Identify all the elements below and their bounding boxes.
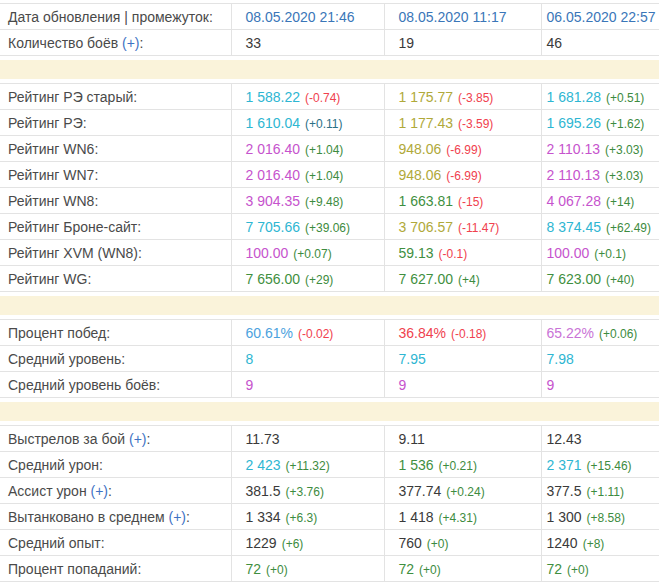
plus-link[interactable]: (+) <box>165 509 186 525</box>
row-label: Рейтинг WN7: <box>0 162 231 188</box>
row-label-text: Процент попаданий <box>8 561 137 577</box>
stat-delta: (+1.62) <box>606 117 644 131</box>
stat-cell: 9 <box>231 372 384 398</box>
row-label-text: Средний опыт <box>8 535 101 551</box>
row-label-text: Рейтинг Броне-сайт <box>8 219 137 235</box>
stat-value: 1 300 <box>547 509 582 525</box>
snapshot-date-link[interactable]: 06.05.2020 22:57 <box>547 9 656 25</box>
stat-cell: 08.05.2020 21:46 <box>231 4 384 30</box>
stat-value: 9 <box>547 377 555 393</box>
stat-delta: (+8) <box>583 537 605 551</box>
table-row: Количество боёв (+):331946 <box>0 30 659 56</box>
stat-delta: (+0.07) <box>293 247 331 261</box>
stat-cell: 36.84%(-0.18) <box>384 320 541 346</box>
stat-value: 36.84% <box>399 325 446 341</box>
row-label-text: Рейтинг WN7 <box>8 167 94 183</box>
stat-delta: (+3.03) <box>605 169 643 183</box>
stat-delta: (+3.76) <box>286 485 324 499</box>
stat-cell: 7 623.00(+40) <box>541 266 659 292</box>
stat-cell: 1 418(+4.31) <box>384 504 541 530</box>
stat-delta: (-0.02) <box>298 327 333 341</box>
stat-value: 1 663.81 <box>399 193 454 209</box>
stat-cell: 72(+0) <box>231 556 384 582</box>
row-label: Средний опыт: <box>0 530 231 556</box>
stat-cell: 11.73 <box>231 426 384 452</box>
stat-value: 381.5 <box>246 483 281 499</box>
stat-cell: 7.98 <box>541 346 659 372</box>
stat-value: 2 110.13 <box>547 167 600 183</box>
label-colon: : <box>146 431 150 447</box>
stat-value: 760 <box>399 535 422 551</box>
stat-value: 65.22% <box>547 325 594 341</box>
row-label: Рейтинг WG: <box>0 266 231 292</box>
table-row: Ассист урон (+):381.5(+3.76)377.74(+0.24… <box>0 478 659 504</box>
stat-value: 11.73 <box>246 431 280 447</box>
stat-cell: 59.13(-0.1) <box>384 240 541 266</box>
row-label: Вытанковано в среднем (+): <box>0 504 231 530</box>
stat-cell: 2 016.40(+1.04) <box>231 162 384 188</box>
row-label-text: Рейтинг РЭ старый <box>8 89 133 105</box>
stat-cell: 3 904.35(+9.48) <box>231 188 384 214</box>
stat-delta: (+29) <box>305 273 333 287</box>
separator-band <box>0 296 659 315</box>
row-label-text: Количество боёв <box>8 35 118 51</box>
label-colon: : <box>94 141 98 157</box>
label-colon: : <box>121 351 125 367</box>
stat-value: 3 904.35 <box>246 193 301 209</box>
stat-delta: (+6) <box>282 537 304 551</box>
plus-link[interactable]: (+) <box>118 35 139 51</box>
stat-cell: 7 656.00(+29) <box>231 266 384 292</box>
stat-cell: 1 536(+0.21) <box>384 452 541 478</box>
stat-cell: 8 <box>231 346 384 372</box>
plus-link[interactable]: (+) <box>125 431 146 447</box>
stat-value: 4 067.28 <box>547 193 602 209</box>
label-colon: : <box>186 509 190 525</box>
stat-cell: 1 300(+8.58) <box>541 504 659 530</box>
stat-value: 100.00 <box>246 245 289 261</box>
snapshot-date-link[interactable]: 08.05.2020 21:46 <box>246 9 355 25</box>
table-row: Рейтинг РЭ:1 610.04(+0.11)1 177.43(-3.59… <box>0 110 659 136</box>
stats-page: Дата обновления | промежуток:08.05.2020 … <box>0 0 659 585</box>
stat-value: 1229 <box>246 535 277 551</box>
stat-delta: (+0) <box>266 563 288 577</box>
table-row: Процент побед:60.61%(-0.02)36.84%(-0.18)… <box>0 320 659 346</box>
table-row: Рейтинг Броне-сайт:7 705.66(+39.06)3 706… <box>0 214 659 240</box>
stat-cell: 377.74(+0.24) <box>384 478 541 504</box>
stat-value: 2 423 <box>246 457 281 473</box>
label-colon: : <box>106 325 110 341</box>
stat-cell: 60.61%(-0.02) <box>231 320 384 346</box>
stat-cell: 2 371(+15.46) <box>541 452 659 478</box>
stat-cell: 46 <box>541 30 659 56</box>
label-colon: : <box>138 245 142 261</box>
stat-cell: 7 627.00(+4) <box>384 266 541 292</box>
table-row: Средний уровень боёв:999 <box>0 372 659 398</box>
stat-cell: 381.5(+3.76) <box>231 478 384 504</box>
row-label-text: Средний урон <box>8 457 99 473</box>
label-colon: : <box>99 457 103 473</box>
stat-delta: (-0.1) <box>439 247 468 261</box>
row-label: Рейтинг WN6: <box>0 136 231 162</box>
snapshot-date-link[interactable]: 08.05.2020 11:17 <box>399 9 507 25</box>
stat-delta: (-0.18) <box>451 327 486 341</box>
row-label-text: Процент побед <box>8 325 106 341</box>
table-row: Рейтинг WN6:2 016.40(+1.04)948.06(-6.99)… <box>0 136 659 162</box>
stat-value: 3 706.57 <box>399 219 454 235</box>
section-separator-cell <box>0 56 659 84</box>
stat-value: 59.13 <box>399 245 434 261</box>
row-label-text: Дата обновления | промежуток <box>8 9 209 25</box>
section-separator-cell <box>0 292 659 320</box>
section-separator <box>0 292 659 320</box>
stat-value: 2 016.40 <box>246 167 301 183</box>
stat-cell: 1 588.22(-0.74) <box>231 84 384 110</box>
plus-link[interactable]: (+) <box>87 483 108 499</box>
stat-cell: 7.95 <box>384 346 541 372</box>
stat-cell: 1 695.26(+1.62) <box>541 110 659 136</box>
label-colon: : <box>137 219 141 235</box>
table-row: Рейтинг WG:7 656.00(+29)7 627.00(+4)7 62… <box>0 266 659 292</box>
stat-value: 7.98 <box>547 351 574 367</box>
stat-cell: 72(+0) <box>384 556 541 582</box>
row-label-text: Средний уровень боёв <box>8 377 156 393</box>
row-label: Средний уровень боёв: <box>0 372 231 398</box>
stat-cell: 100.00(+0.07) <box>231 240 384 266</box>
table-row: Рейтинг WN8:3 904.35(+9.48)1 663.81(-15)… <box>0 188 659 214</box>
